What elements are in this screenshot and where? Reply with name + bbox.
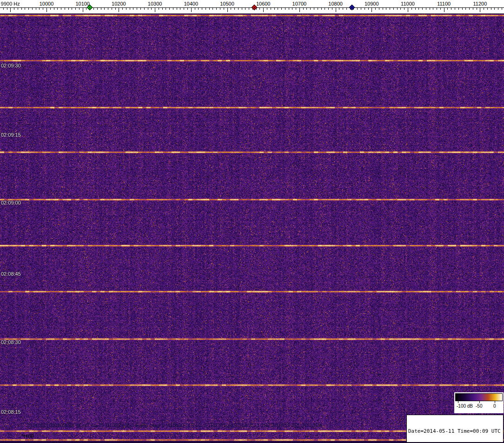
frequency-axis: 9900 Hz100001010010200103001040010500106… bbox=[0, 0, 504, 14]
frequency-tick bbox=[318, 8, 318, 10]
frequency-tick bbox=[299, 8, 300, 12]
frequency-tick-label: 10100 bbox=[75, 1, 90, 7]
frequency-tick bbox=[122, 8, 123, 10]
frequency-tick bbox=[393, 8, 394, 10]
frequency-tick bbox=[86, 8, 86, 10]
frequency-tick bbox=[119, 8, 119, 12]
frequency-tick bbox=[494, 8, 495, 10]
frequency-tick bbox=[375, 8, 376, 10]
frequency-tick-label: 10300 bbox=[148, 1, 162, 7]
frequency-tick bbox=[144, 8, 145, 10]
frequency-tick bbox=[321, 8, 322, 10]
frequency-tick bbox=[155, 8, 155, 12]
frequency-tick bbox=[480, 8, 480, 12]
frequency-tick bbox=[184, 8, 184, 10]
frequency-tick bbox=[133, 8, 133, 10]
frequency-tick bbox=[126, 8, 126, 10]
frequency-tick bbox=[325, 8, 325, 10]
frequency-tick bbox=[245, 8, 245, 10]
frequency-tick bbox=[115, 8, 116, 10]
frequency-tick bbox=[227, 8, 228, 12]
legend-label-min: -100 dB bbox=[457, 403, 473, 409]
frequency-tick bbox=[108, 8, 108, 10]
frequency-tick bbox=[357, 8, 358, 10]
legend-tick-mid bbox=[479, 401, 480, 403]
frequency-tick bbox=[462, 8, 463, 10]
frequency-tick bbox=[328, 8, 329, 10]
frequency-tick bbox=[43, 8, 43, 10]
spectrogram-waterfall[interactable] bbox=[0, 14, 504, 443]
frequency-tick bbox=[415, 8, 416, 10]
color-gradient-bar bbox=[455, 393, 503, 401]
frequency-tick bbox=[68, 8, 69, 10]
frequency-tick bbox=[61, 8, 61, 10]
frequency-tick bbox=[191, 8, 192, 12]
frequency-tick bbox=[285, 8, 285, 10]
frequency-tick bbox=[238, 8, 239, 10]
frequency-tick bbox=[447, 8, 448, 10]
frequency-tick bbox=[187, 8, 188, 10]
frequency-tick bbox=[166, 8, 166, 10]
frequency-tick bbox=[112, 8, 112, 10]
frequency-tick bbox=[314, 8, 314, 10]
frequency-tick bbox=[130, 8, 130, 10]
frequency-tick bbox=[469, 8, 470, 10]
frequency-tick bbox=[3, 8, 4, 10]
frequency-tick bbox=[440, 8, 441, 10]
frequency-tick bbox=[234, 8, 235, 10]
frequency-tick bbox=[484, 8, 484, 10]
frequency-tick bbox=[209, 8, 210, 10]
frequency-tick bbox=[162, 8, 163, 10]
frequency-tick bbox=[361, 8, 361, 10]
frequency-tick-label: 10600 bbox=[256, 1, 271, 7]
frequency-tick bbox=[437, 8, 437, 10]
frequency-tick bbox=[336, 8, 336, 12]
color-scale-legend: -100 dB -50 0 bbox=[454, 392, 504, 413]
frequency-tick bbox=[231, 8, 231, 10]
frequency-tick bbox=[36, 8, 36, 10]
frequency-tick bbox=[422, 8, 423, 10]
info-date-line: Date=2014-05-11 Time=00:09 UTC bbox=[408, 428, 502, 435]
frequency-tick-label: 10700 bbox=[292, 1, 307, 7]
frequency-tick bbox=[498, 8, 498, 10]
frequency-tick-label: 10900 bbox=[365, 1, 379, 7]
frequency-tick bbox=[57, 8, 58, 10]
frequency-tick bbox=[39, 8, 40, 10]
frequency-tick bbox=[25, 8, 25, 10]
frequency-tick-label: 10500 bbox=[220, 1, 234, 7]
frequency-tick bbox=[346, 8, 347, 10]
frequency-tick bbox=[28, 8, 29, 10]
frequency-tick bbox=[202, 8, 202, 10]
frequency-tick bbox=[72, 8, 72, 10]
frequency-tick bbox=[10, 8, 11, 12]
frequency-tick bbox=[83, 8, 83, 12]
frequency-tick-label: 11100 bbox=[437, 1, 451, 7]
frequency-tick bbox=[281, 8, 282, 10]
frequency-tick bbox=[430, 8, 430, 10]
time-cursor-label: ^t+09 bbox=[21, 433, 34, 439]
frequency-tick bbox=[296, 8, 296, 10]
frequency-tick bbox=[386, 8, 386, 10]
frequency-tick bbox=[289, 8, 289, 10]
frequency-tick bbox=[216, 8, 217, 10]
frequency-tick bbox=[274, 8, 275, 10]
frequency-tick bbox=[249, 8, 249, 10]
legend-label-max: 0 bbox=[493, 403, 496, 409]
frequency-tick bbox=[224, 8, 224, 10]
frequency-tick-label: 11200 bbox=[473, 1, 487, 7]
frequency-tick bbox=[177, 8, 177, 10]
frequency-tick-label: 9900 Hz bbox=[1, 1, 20, 7]
frequency-tick bbox=[263, 8, 264, 12]
marker-dot bbox=[253, 7, 255, 8]
frequency-tick bbox=[180, 8, 180, 10]
frequency-tick bbox=[278, 8, 278, 10]
frequency-tick-label: 10800 bbox=[328, 1, 343, 7]
frequency-tick bbox=[502, 8, 502, 10]
status-info-box: Date=2014-05-11 Time=00:09 UTC Freq=143 … bbox=[406, 415, 504, 443]
frequency-tick bbox=[433, 8, 433, 10]
frequency-tick bbox=[458, 8, 459, 10]
frequency-tick bbox=[418, 8, 419, 10]
frequency-tick bbox=[14, 8, 14, 10]
frequency-tick bbox=[404, 8, 405, 10]
frequency-tick bbox=[140, 8, 141, 10]
